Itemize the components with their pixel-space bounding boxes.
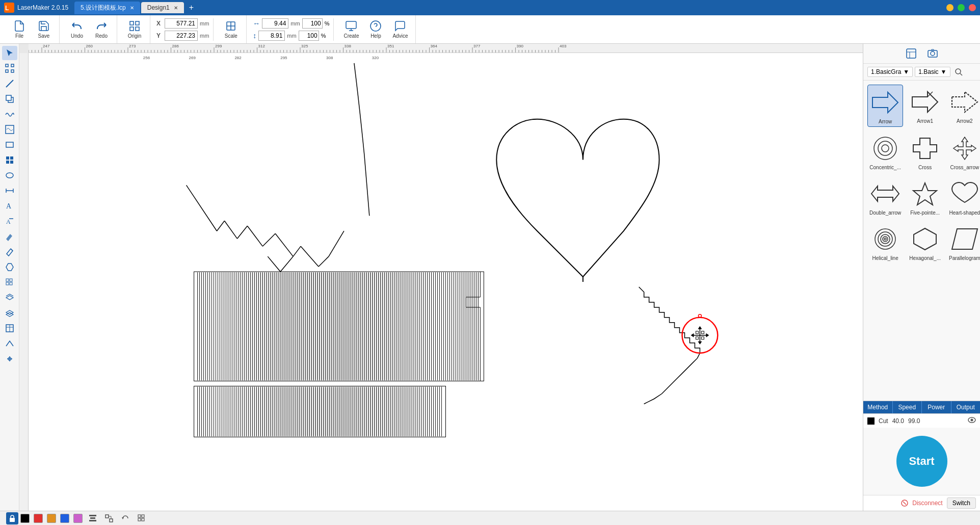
width-pct-input[interactable] — [302, 18, 323, 29]
ruler-top: 247260273286299312325338351364377390403 — [29, 44, 863, 53]
help-button[interactable]: Help — [364, 18, 387, 41]
align-button[interactable] — [87, 512, 99, 524]
origin-button[interactable]: Origin — [123, 18, 146, 41]
special-tool[interactable] — [2, 352, 17, 366]
rect-tool[interactable] — [2, 138, 17, 152]
panel-camera-icon[interactable] — [927, 48, 938, 59]
shape-cross-arrow[interactable]: Cross_arrow — [947, 131, 980, 172]
pencil-tool[interactable] — [2, 245, 17, 259]
svg-point-792 — [878, 232, 892, 246]
fill-tool[interactable] — [2, 260, 17, 274]
color-red[interactable] — [34, 514, 43, 523]
save-icon — [38, 20, 50, 32]
canvas-svg[interactable]: (function() { var g = document.getElemen… — [29, 53, 863, 511]
shape-heart[interactable]: Heart-shaped — [947, 176, 980, 218]
shape-arrow2[interactable]: Arrow2 — [947, 85, 980, 127]
wave-tool[interactable] — [2, 107, 17, 121]
advice-button[interactable]: Advice — [389, 18, 411, 41]
copy-tool[interactable] — [2, 92, 17, 106]
panel-search-button[interactable] — [955, 68, 963, 76]
shape-cross[interactable]: Cross — [907, 131, 943, 172]
tab-close-lcp[interactable]: ✕ — [130, 5, 134, 11]
table-tool[interactable] — [2, 321, 17, 335]
color-purple[interactable] — [73, 514, 83, 523]
shape-hexagonal[interactable]: Hexagonal_... — [907, 222, 943, 263]
svg-text:299: 299 — [215, 44, 222, 48]
wave2-tool[interactable] — [2, 122, 17, 137]
arrow2-label: Arrow2 — [957, 118, 973, 124]
app-icon: L — [4, 3, 14, 13]
scale-button[interactable]: Scale — [220, 18, 242, 41]
basicgray-dropdown[interactable]: 1.BasicGra ▼ — [867, 67, 913, 77]
svg-text:256: 256 — [143, 56, 150, 60]
speed-tab[interactable]: Speed — [893, 401, 922, 413]
tab-lcp[interactable]: 5.设计图模板.lcp ✕ — [74, 2, 140, 14]
basic-dropdown[interactable]: 1.Basic ▼ — [915, 67, 950, 77]
add-tab-button[interactable]: + — [185, 3, 198, 12]
erase-tool[interactable] — [2, 229, 17, 244]
ellipse-tool[interactable] — [2, 168, 17, 182]
group-button[interactable] — [103, 512, 115, 524]
disconnect-button[interactable]: Disconnect — [912, 500, 942, 507]
svg-point-12 — [370, 21, 381, 31]
layers-tool[interactable] — [2, 291, 17, 305]
proc-visibility-icon[interactable] — [968, 417, 976, 425]
close-button[interactable] — [969, 4, 976, 11]
text2-tool[interactable]: A — [2, 214, 17, 228]
y-unit: mm — [200, 33, 209, 39]
x-input[interactable] — [165, 18, 198, 29]
select-tool[interactable] — [2, 46, 17, 60]
refresh-button[interactable] — [119, 512, 131, 524]
shape-arrow[interactable]: Arrow — [867, 85, 903, 127]
create-button[interactable]: Create — [340, 18, 362, 41]
width-input[interactable] — [262, 18, 288, 29]
proc-speed: 40.0 — [892, 417, 904, 425]
node-tool[interactable] — [2, 61, 17, 75]
svg-text:312: 312 — [258, 44, 266, 48]
rule-tool[interactable] — [2, 183, 17, 198]
output-tab[interactable]: Output — [951, 401, 981, 413]
shape-five-pointed[interactable]: Five-pointe... — [907, 176, 943, 218]
redo-button[interactable]: Redo — [90, 18, 113, 41]
shape-concentric[interactable]: Concentric_... — [867, 131, 903, 172]
shape-helical[interactable]: Helical_line — [867, 222, 903, 263]
advice-icon — [394, 20, 406, 32]
grid-button[interactable] — [136, 512, 148, 524]
tab-close-design1[interactable]: ✕ — [174, 5, 178, 11]
canvas[interactable]: (function() { var g = document.getElemen… — [29, 53, 863, 511]
shape-parallelogram[interactable]: Parallelogram — [947, 222, 980, 263]
color-orange[interactable] — [47, 514, 56, 523]
switch-button[interactable]: Switch — [947, 497, 976, 509]
color-black[interactable] — [20, 514, 30, 523]
arrow2-tool[interactable] — [2, 336, 17, 351]
width-mm: mm — [290, 20, 300, 27]
maximize-button[interactable] — [958, 4, 965, 11]
height-pct-input[interactable] — [299, 31, 319, 41]
y-input[interactable] — [165, 31, 198, 41]
svg-point-793 — [881, 234, 890, 244]
array-tool[interactable] — [2, 275, 17, 290]
processing-tabs: Method Speed Power Output — [863, 401, 980, 414]
left-toolbar: A A — [0, 44, 19, 511]
height-input[interactable] — [258, 31, 285, 41]
file-button[interactable]: File — [8, 18, 31, 41]
color-blue[interactable] — [60, 514, 69, 523]
undo-button[interactable]: Undo — [66, 18, 88, 41]
save-button[interactable]: Save — [33, 18, 55, 41]
text-tool[interactable]: A — [2, 199, 17, 213]
method-tab[interactable]: Method — [863, 401, 893, 413]
canvas-area[interactable]: 247260273286299312325338351364377390403 — [19, 44, 863, 511]
lock-icon[interactable] — [6, 512, 18, 524]
svg-rect-16 — [6, 70, 8, 72]
panel-view-icon[interactable] — [906, 48, 917, 59]
shape-arrow1[interactable]: Arrow1 — [907, 85, 943, 127]
layers2-tool[interactable] — [2, 306, 17, 320]
start-button[interactable]: Start — [896, 436, 947, 487]
grid-fill-tool[interactable] — [2, 153, 17, 167]
line-tool[interactable] — [2, 76, 17, 91]
minimize-button[interactable] — [946, 4, 953, 11]
svg-point-799 — [971, 419, 973, 422]
tab-design1[interactable]: Design1 ✕ — [141, 2, 184, 13]
power-tab[interactable]: Power — [922, 401, 951, 413]
shape-double-arrow[interactable]: Double_arrow — [867, 176, 903, 218]
